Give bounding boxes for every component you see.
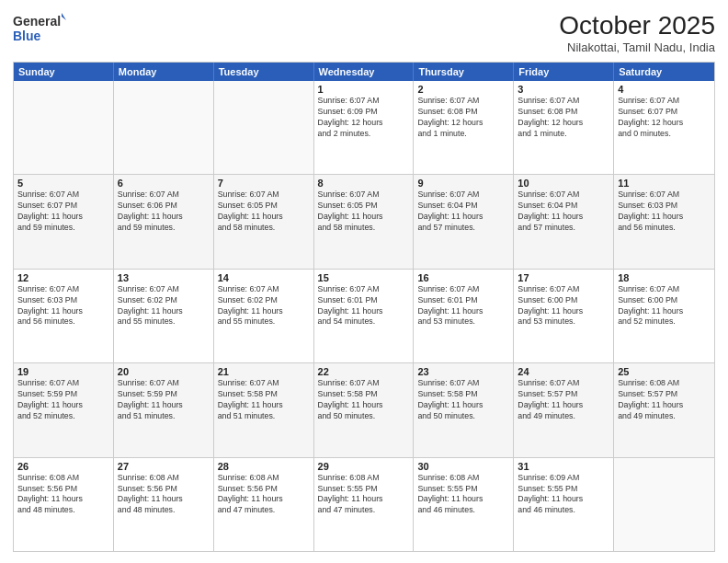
day-info-20: Sunrise: 6:07 AM Sunset: 5:59 PM Dayligh… (118, 378, 210, 422)
day-number-16: 16 (417, 272, 509, 283)
header: General Blue October 2025 Nilakottai, Ta… (13, 11, 715, 54)
day-number-24: 24 (518, 366, 609, 377)
location: Nilakottai, Tamil Nadu, India (559, 40, 715, 54)
day-number-4: 4 (618, 84, 711, 95)
day-number-14: 14 (218, 272, 310, 283)
day-info-28: Sunrise: 6:08 AM Sunset: 5:56 PM Dayligh… (218, 473, 310, 517)
day-info-19: Sunrise: 6:07 AM Sunset: 5:59 PM Dayligh… (17, 378, 109, 422)
day-31: 31Sunrise: 6:09 AM Sunset: 5:55 PM Dayli… (514, 458, 614, 551)
day-8: 8Sunrise: 6:07 AM Sunset: 6:05 PM Daylig… (314, 175, 415, 268)
day-info-21: Sunrise: 6:07 AM Sunset: 5:58 PM Dayligh… (218, 378, 310, 422)
day-number-28: 28 (218, 461, 310, 472)
day-info-10: Sunrise: 6:07 AM Sunset: 6:04 PM Dayligh… (518, 190, 609, 234)
day-7: 7Sunrise: 6:07 AM Sunset: 6:05 PM Daylig… (214, 175, 314, 268)
day-22: 22Sunrise: 6:07 AM Sunset: 5:58 PM Dayli… (314, 363, 415, 456)
day-number-9: 9 (417, 178, 509, 189)
day-info-26: Sunrise: 6:08 AM Sunset: 5:56 PM Dayligh… (17, 473, 109, 517)
empty-cell-0-2 (214, 81, 314, 174)
day-4: 4Sunrise: 6:07 AM Sunset: 6:07 PM Daylig… (614, 81, 714, 174)
day-number-1: 1 (318, 84, 410, 95)
day-info-14: Sunrise: 6:07 AM Sunset: 6:02 PM Dayligh… (218, 284, 310, 328)
logo-svg: General Blue (13, 11, 68, 44)
day-17: 17Sunrise: 6:07 AM Sunset: 6:00 PM Dayli… (514, 270, 614, 362)
day-15: 15Sunrise: 6:07 AM Sunset: 6:01 PM Dayli… (314, 270, 415, 362)
day-23: 23Sunrise: 6:07 AM Sunset: 5:58 PM Dayli… (414, 363, 514, 456)
day-27: 27Sunrise: 6:08 AM Sunset: 5:56 PM Dayli… (114, 458, 214, 551)
day-info-31: Sunrise: 6:09 AM Sunset: 5:55 PM Dayligh… (518, 473, 609, 517)
header-saturday: Saturday (614, 63, 714, 81)
day-29: 29Sunrise: 6:08 AM Sunset: 5:55 PM Dayli… (314, 458, 415, 551)
day-9: 9Sunrise: 6:07 AM Sunset: 6:04 PM Daylig… (414, 175, 514, 268)
day-number-13: 13 (118, 272, 210, 283)
day-number-25: 25 (618, 366, 711, 377)
calendar-page: General Blue October 2025 Nilakottai, Ta… (0, 0, 728, 563)
day-11: 11Sunrise: 6:07 AM Sunset: 6:03 PM Dayli… (614, 175, 714, 268)
calendar-body: 1Sunrise: 6:07 AM Sunset: 6:09 PM Daylig… (14, 81, 714, 551)
header-monday: Monday (114, 63, 214, 81)
week-row-1: 1Sunrise: 6:07 AM Sunset: 6:09 PM Daylig… (14, 81, 714, 175)
day-number-31: 31 (518, 461, 609, 472)
day-24: 24Sunrise: 6:07 AM Sunset: 5:57 PM Dayli… (514, 363, 614, 456)
day-info-18: Sunrise: 6:07 AM Sunset: 6:00 PM Dayligh… (618, 284, 711, 328)
header-tuesday: Tuesday (214, 63, 314, 81)
day-19: 19Sunrise: 6:07 AM Sunset: 5:59 PM Dayli… (14, 363, 114, 456)
empty-cell-4-6 (614, 458, 714, 551)
svg-text:Blue: Blue (13, 29, 41, 43)
day-info-4: Sunrise: 6:07 AM Sunset: 6:07 PM Dayligh… (618, 96, 711, 140)
day-number-18: 18 (618, 272, 711, 283)
day-number-10: 10 (518, 178, 609, 189)
day-info-6: Sunrise: 6:07 AM Sunset: 6:06 PM Dayligh… (118, 190, 210, 234)
day-10: 10Sunrise: 6:07 AM Sunset: 6:04 PM Dayli… (514, 175, 614, 268)
day-info-8: Sunrise: 6:07 AM Sunset: 6:05 PM Dayligh… (318, 190, 410, 234)
empty-cell-0-0 (14, 81, 114, 174)
day-number-17: 17 (518, 272, 609, 283)
day-info-5: Sunrise: 6:07 AM Sunset: 6:07 PM Dayligh… (17, 190, 109, 234)
month-title: October 2025 (559, 11, 715, 40)
day-info-15: Sunrise: 6:07 AM Sunset: 6:01 PM Dayligh… (318, 284, 410, 328)
day-number-23: 23 (417, 366, 509, 377)
day-info-1: Sunrise: 6:07 AM Sunset: 6:09 PM Dayligh… (318, 96, 410, 140)
empty-cell-0-1 (114, 81, 214, 174)
day-3: 3Sunrise: 6:07 AM Sunset: 6:08 PM Daylig… (514, 81, 614, 174)
day-info-30: Sunrise: 6:08 AM Sunset: 5:55 PM Dayligh… (417, 473, 509, 517)
logo: General Blue (13, 11, 68, 44)
day-number-11: 11 (618, 178, 711, 189)
day-info-2: Sunrise: 6:07 AM Sunset: 6:08 PM Dayligh… (417, 96, 509, 140)
week-row-4: 19Sunrise: 6:07 AM Sunset: 5:59 PM Dayli… (14, 363, 714, 457)
day-18: 18Sunrise: 6:07 AM Sunset: 6:00 PM Dayli… (614, 270, 714, 362)
day-info-17: Sunrise: 6:07 AM Sunset: 6:00 PM Dayligh… (518, 284, 609, 328)
day-5: 5Sunrise: 6:07 AM Sunset: 6:07 PM Daylig… (14, 175, 114, 268)
day-number-26: 26 (17, 461, 109, 472)
week-row-3: 12Sunrise: 6:07 AM Sunset: 6:03 PM Dayli… (14, 270, 714, 363)
day-number-21: 21 (218, 366, 310, 377)
day-25: 25Sunrise: 6:08 AM Sunset: 5:57 PM Dayli… (614, 363, 714, 456)
header-thursday: Thursday (414, 63, 514, 81)
day-number-8: 8 (318, 178, 410, 189)
day-number-6: 6 (118, 178, 210, 189)
day-info-25: Sunrise: 6:08 AM Sunset: 5:57 PM Dayligh… (618, 378, 711, 422)
day-info-27: Sunrise: 6:08 AM Sunset: 5:56 PM Dayligh… (118, 473, 210, 517)
svg-text:General: General (13, 14, 61, 29)
day-info-3: Sunrise: 6:07 AM Sunset: 6:08 PM Dayligh… (518, 96, 609, 140)
day-28: 28Sunrise: 6:08 AM Sunset: 5:56 PM Dayli… (214, 458, 314, 551)
day-16: 16Sunrise: 6:07 AM Sunset: 6:01 PM Dayli… (414, 270, 514, 362)
day-2: 2Sunrise: 6:07 AM Sunset: 6:08 PM Daylig… (414, 81, 514, 174)
header-friday: Friday (514, 63, 614, 81)
header-wednesday: Wednesday (314, 63, 415, 81)
day-info-22: Sunrise: 6:07 AM Sunset: 5:58 PM Dayligh… (318, 378, 410, 422)
day-info-7: Sunrise: 6:07 AM Sunset: 6:05 PM Dayligh… (218, 190, 310, 234)
day-info-24: Sunrise: 6:07 AM Sunset: 5:57 PM Dayligh… (518, 378, 609, 422)
day-14: 14Sunrise: 6:07 AM Sunset: 6:02 PM Dayli… (214, 270, 314, 362)
svg-marker-1 (62, 13, 66, 20)
day-6: 6Sunrise: 6:07 AM Sunset: 6:06 PM Daylig… (114, 175, 214, 268)
title-block: October 2025 Nilakottai, Tamil Nadu, Ind… (559, 11, 715, 54)
day-30: 30Sunrise: 6:08 AM Sunset: 5:55 PM Dayli… (414, 458, 514, 551)
day-20: 20Sunrise: 6:07 AM Sunset: 5:59 PM Dayli… (114, 363, 214, 456)
day-13: 13Sunrise: 6:07 AM Sunset: 6:02 PM Dayli… (114, 270, 214, 362)
day-info-29: Sunrise: 6:08 AM Sunset: 5:55 PM Dayligh… (318, 473, 410, 517)
day-number-15: 15 (318, 272, 410, 283)
day-number-19: 19 (17, 366, 109, 377)
day-number-12: 12 (17, 272, 109, 283)
day-26: 26Sunrise: 6:08 AM Sunset: 5:56 PM Dayli… (14, 458, 114, 551)
day-info-11: Sunrise: 6:07 AM Sunset: 6:03 PM Dayligh… (618, 190, 711, 234)
